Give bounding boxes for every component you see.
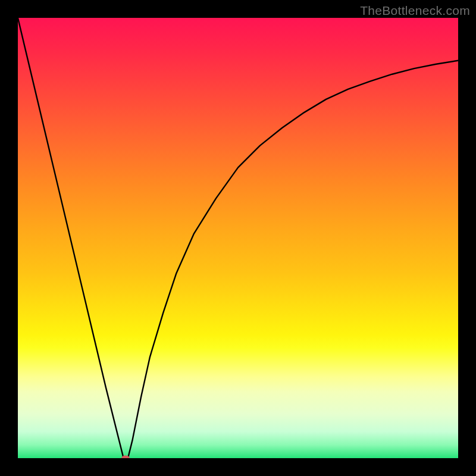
bottleneck-curve [18,18,458,458]
plot-area [18,18,458,458]
minimum-marker [121,456,130,459]
curve-layer [18,18,458,458]
watermark-text: TheBottleneck.com [360,4,470,18]
chart-frame: TheBottleneck.com [0,0,476,476]
